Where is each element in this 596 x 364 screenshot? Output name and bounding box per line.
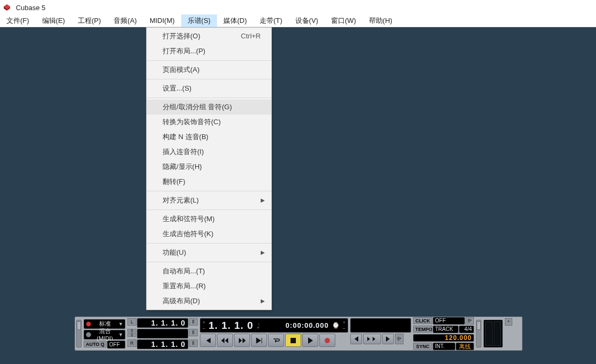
menu-1[interactable]: 编辑(E) <box>36 14 71 27</box>
menu-separator <box>147 243 271 244</box>
menu-7[interactable]: 走带(T) <box>253 14 289 27</box>
time-signature[interactable]: 4/4 <box>459 326 474 333</box>
svg-point-4 <box>325 338 330 343</box>
tempo-label: TEMPO <box>413 326 432 333</box>
menu-0[interactable]: 文件(F) <box>0 14 36 27</box>
rewind-button[interactable] <box>217 334 233 347</box>
show-markers-button[interactable] <box>363 334 381 344</box>
stop-button[interactable] <box>285 334 301 347</box>
cycle-button[interactable] <box>268 334 284 347</box>
app-title: Cubase 5 <box>16 4 46 12</box>
cycle-indicator-icon <box>86 332 91 337</box>
menu-item[interactable]: 转换为装饰音符(C) <box>147 115 271 130</box>
menu-4[interactable]: MIDI(M) <box>143 14 181 27</box>
click-value[interactable]: OFF <box>433 317 465 325</box>
clock-icon: ⌚ <box>332 322 340 329</box>
menu-separator <box>147 98 271 98</box>
play-button[interactable] <box>302 334 318 347</box>
menu-8[interactable]: 设备(V) <box>289 14 325 27</box>
menu-item[interactable]: 功能(U)▶ <box>147 245 271 260</box>
menu-9[interactable]: 窗口(W) <box>325 14 363 27</box>
forward-button[interactable] <box>234 334 250 347</box>
cycle-mode-select[interactable]: 混合(MIDI) <box>91 327 118 342</box>
click-label: CLICK <box>413 317 432 324</box>
sync-status: 离线 <box>456 343 474 350</box>
level-fader[interactable] <box>476 320 481 347</box>
menu-item[interactable]: 生成吉他符号(K) <box>147 227 271 241</box>
submenu-arrow-icon: ▶ <box>261 193 265 208</box>
chevron-down-icon: ▼ <box>118 332 123 337</box>
menu-item[interactable]: 构建 N 连音(B) <box>147 130 271 144</box>
menu-10[interactable]: 帮助(H) <box>363 14 399 27</box>
menu-item[interactable]: 翻转(F) <box>147 174 271 189</box>
transport-panel: 标准 ▼ 混合(MIDI) ▼ AUTO Q OFF L 1. 1. 1. 0 … <box>75 317 522 351</box>
locator-right-button[interactable]: R <box>127 339 136 347</box>
next-marker-button[interactable] <box>382 334 394 344</box>
chevron-down-icon: ▼ <box>118 321 123 327</box>
tempo-value[interactable]: 120.000 <box>413 334 474 342</box>
tempo-mode[interactable]: TRACK <box>433 326 458 333</box>
goto-end-button[interactable] <box>251 334 267 347</box>
note-icon: ♩ <box>256 321 260 330</box>
menu-item[interactable]: 高级布局(D)▶ <box>147 294 271 309</box>
prev-marker-button[interactable] <box>350 334 362 344</box>
menu-5[interactable]: 乐谱(S) <box>181 14 217 27</box>
main-area: 标准 ▼ 混合(MIDI) ▼ AUTO Q OFF L 1. 1. 1. 0 … <box>0 27 596 364</box>
menu-bar: 文件(F)编辑(E)工程(P)音频(A)MIDI(M)乐谱(S)媒体(D)走带(… <box>0 14 596 27</box>
sync-mode[interactable]: INT. <box>433 343 455 350</box>
pre-roll-button[interactable]: 0 <box>127 329 136 333</box>
scores-menu-dropdown: 打开选择(O)Ctrl+R打开布局...(P)页面模式(A)设置...(S)分组… <box>146 27 272 310</box>
submenu-arrow-icon: ▶ <box>261 245 265 260</box>
primary-time-display[interactable]: 1. 1. 1. 0 <box>208 320 253 331</box>
locator-left-value[interactable]: 1. 1. 1. 0 <box>137 318 188 328</box>
panel-setup-button[interactable]: * <box>505 318 512 326</box>
autoq-value[interactable]: OFF <box>107 341 125 349</box>
submenu-arrow-icon: ▶ <box>261 294 265 309</box>
performance-meter[interactable] <box>76 320 82 347</box>
menu-item[interactable]: 对齐元素(L)▶ <box>147 193 271 208</box>
svg-rect-3 <box>291 338 296 343</box>
secondary-time-display[interactable]: 0:00:00.000 <box>286 321 329 329</box>
menu-item[interactable]: 插入连音符(I) <box>147 144 271 159</box>
goto-start-button[interactable] <box>200 334 216 347</box>
record-button[interactable] <box>319 334 335 347</box>
locator-left-button[interactable]: L <box>127 318 136 326</box>
menu-item[interactable]: 隐藏/显示(H) <box>147 159 271 174</box>
record-mode-select-1[interactable]: 标准 <box>91 320 118 328</box>
menu-separator <box>147 209 271 210</box>
punch-in-button[interactable]: ll <box>189 318 198 326</box>
menu-separator <box>147 79 271 79</box>
menu-2[interactable]: 工程(P) <box>71 14 107 27</box>
menu-item[interactable]: 重置布局...(R) <box>147 279 271 294</box>
menu-separator <box>147 191 271 191</box>
app-icon <box>3 4 11 11</box>
title-bar: Cubase 5 <box>0 0 596 14</box>
menu-item[interactable]: 设置...(S) <box>147 81 271 96</box>
menu-separator <box>147 60 271 61</box>
punch-out-alt-button[interactable]: ll <box>189 329 198 336</box>
post-roll-button[interactable]: 0 <box>127 333 136 337</box>
markers-arrange-button[interactable]: ll* <box>395 334 404 344</box>
output-meter <box>484 320 503 347</box>
menu-item[interactable]: 打开选择(O)Ctrl+R <box>147 29 271 44</box>
menu-item[interactable]: 自动布局...(T) <box>147 264 271 279</box>
menu-3[interactable]: 音频(A) <box>107 14 143 27</box>
locator-right-value[interactable]: 1. 1. 1. 0 <box>137 339 188 349</box>
sync-label: SYNC <box>413 343 432 350</box>
menu-6[interactable]: 媒体(D) <box>217 14 253 27</box>
record-indicator-icon <box>86 321 91 327</box>
menu-item[interactable]: 分组/取消分组 音符(G) <box>147 100 271 115</box>
punch-out-button[interactable]: ll <box>189 339 198 347</box>
menu-separator <box>147 262 271 262</box>
shortcut: Ctrl+R <box>241 29 261 44</box>
menu-item[interactable]: 打开布局...(P) <box>147 44 271 59</box>
precount-button[interactable]: ll* <box>465 317 474 325</box>
menu-item[interactable]: 页面模式(A) <box>147 62 271 77</box>
menu-item[interactable]: 生成和弦符号(M) <box>147 212 271 227</box>
